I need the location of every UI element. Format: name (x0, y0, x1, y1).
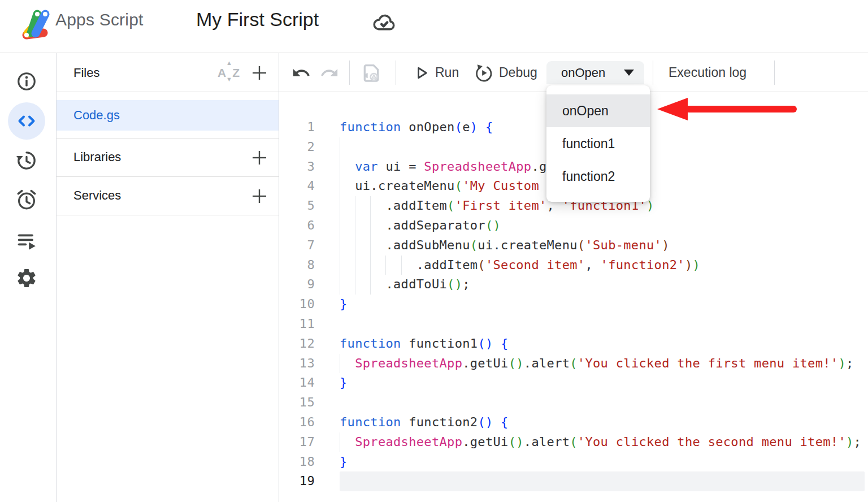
code-token: .getUi (462, 435, 508, 449)
indent-guide (340, 354, 340, 374)
add-file-plus-icon[interactable] (250, 64, 268, 82)
code-line[interactable]: 16function function2() { (279, 413, 868, 432)
run-button[interactable]: Run (413, 53, 459, 92)
project-overview-button[interactable] (8, 63, 45, 100)
code-token: function1 (401, 336, 478, 350)
code-token: ( (455, 120, 463, 134)
line-number: 5 (279, 196, 340, 216)
add-service-plus-icon[interactable] (250, 187, 268, 205)
code-token: .addToUi (340, 277, 447, 291)
toolbar-divider (653, 60, 653, 85)
code-line[interactable]: 11 (279, 314, 868, 334)
code-token (493, 336, 501, 350)
code-line[interactable]: 19 (279, 471, 868, 491)
code-token: ( (447, 198, 455, 213)
function-menu-item-onOpen[interactable]: onOpen (546, 94, 650, 127)
code-token: () (447, 277, 462, 291)
code-line[interactable]: 18} (279, 452, 868, 472)
execution-log-button[interactable]: Execution log (669, 53, 747, 92)
code-token: .alert (524, 435, 570, 449)
line-number: 12 (279, 334, 340, 354)
gear-icon (15, 267, 38, 289)
code-token: .addSeparator (340, 218, 485, 232)
files-header: Files A▲▼Z (57, 53, 279, 92)
indent-guide (340, 216, 340, 236)
editor-pane: Run Debug onOpen Execution log 1function… (279, 53, 868, 502)
indent-guide (401, 256, 402, 275)
line-number: 14 (279, 373, 340, 393)
code-token: () (509, 435, 524, 449)
line-number: 1 (279, 118, 340, 137)
redo-button[interactable] (320, 53, 339, 92)
code-token (340, 159, 355, 174)
services-section: Services (57, 177, 279, 215)
line-number: 19 (279, 471, 340, 491)
code-token: ( (478, 258, 485, 272)
executions-icon (15, 230, 38, 252)
debug-label: Debug (499, 65, 537, 80)
code-token: onOpen (401, 120, 455, 134)
code-token: } (340, 375, 348, 390)
code-token: , (585, 258, 600, 272)
line-number: 10 (279, 295, 340, 314)
code-token: { (501, 415, 509, 429)
deploy-save-button[interactable] (360, 53, 383, 92)
code-line[interactable]: 15 (279, 393, 868, 413)
cloud-check-icon[interactable] (372, 12, 397, 33)
left-icon-rail (0, 53, 57, 502)
indent-guide (370, 216, 371, 236)
indent-guide (385, 256, 386, 275)
function-menu-item-function1[interactable]: function1 (546, 127, 650, 160)
function-selector-dropdown[interactable]: onOpen (546, 61, 644, 84)
indent-guide (340, 157, 340, 177)
redo-icon (320, 63, 339, 83)
file-item-code-gs[interactable]: Code.gs (57, 100, 279, 131)
function-menu-item-function2[interactable]: function2 (546, 160, 650, 193)
files-panel-title: Files (73, 66, 99, 80)
code-token: ( (570, 435, 578, 449)
line-number: 2 (279, 137, 340, 157)
code-line[interactable]: 8 .addItem('Second item', 'function2')) (279, 256, 868, 275)
code-line[interactable]: 13 SpreadsheetApp.getUi().alert('You cli… (279, 354, 868, 374)
indent-guide (355, 256, 355, 275)
code-token: function (340, 336, 401, 350)
code-token: .addItem (340, 198, 447, 213)
code-token (493, 415, 501, 429)
code-token: () (478, 336, 493, 350)
debug-button[interactable]: Debug (474, 53, 537, 92)
code-line[interactable]: 9 .addToUi(); (279, 275, 868, 295)
line-number: 17 (279, 432, 340, 452)
apps-script-logo-icon[interactable] (19, 7, 51, 42)
line-number: 13 (279, 354, 340, 374)
project-title[interactable]: My First Script (196, 8, 319, 31)
indent-guide (355, 236, 355, 256)
history-icon (15, 149, 38, 172)
code-line[interactable]: 7 .addSubMenu(ui.createMenu('Sub-menu') (279, 236, 868, 256)
project-history-button[interactable] (8, 142, 45, 179)
code-token: ; (846, 356, 854, 370)
az-sort-icon[interactable]: A▲▼Z (216, 61, 241, 85)
code-token (340, 356, 355, 370)
code-line[interactable]: 10} (279, 295, 868, 314)
toolbar-divider (774, 60, 775, 85)
code-line[interactable]: 6 .addSeparator() (279, 216, 868, 236)
editor-button[interactable] (8, 102, 45, 140)
files-panel: Files A▲▼Z Code.gs Libraries Services (57, 53, 279, 502)
code-token: ( (470, 238, 478, 252)
settings-button[interactable] (8, 259, 45, 297)
add-library-plus-icon[interactable] (250, 149, 268, 167)
undo-button[interactable] (292, 53, 311, 92)
code-line[interactable]: 14} (279, 373, 868, 393)
files-list: Code.gs (57, 92, 279, 139)
executions-button[interactable] (8, 222, 45, 259)
indent-guide (340, 196, 340, 216)
line-number: 7 (279, 236, 340, 256)
code-token: 'You clicked the second menu item!' (578, 435, 846, 449)
code-line[interactable]: 12function function1() { (279, 334, 868, 354)
code-token: () (485, 218, 501, 232)
triggers-button[interactable] (8, 181, 45, 218)
code-line[interactable]: 17 SpreadsheetApp.getUi().alert('You cli… (279, 432, 868, 452)
code-token: function (340, 120, 401, 134)
code-token: ; (462, 277, 470, 291)
code-token (340, 435, 355, 449)
